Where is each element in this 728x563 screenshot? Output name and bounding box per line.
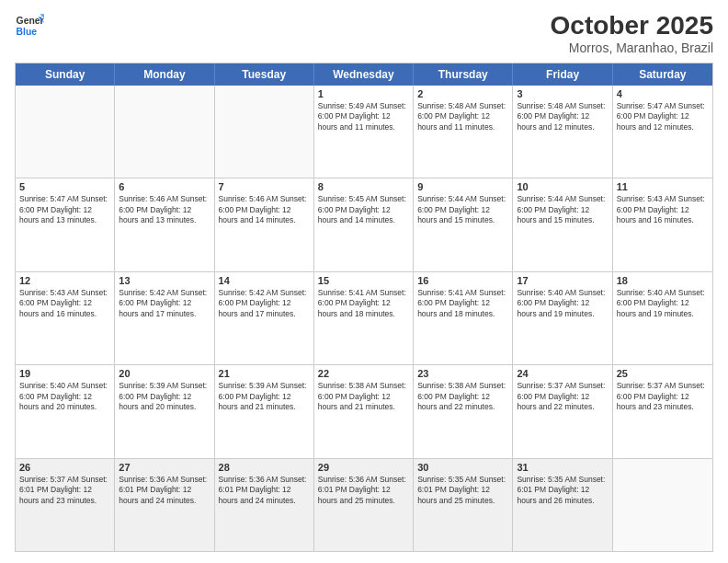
day-number: 1 bbox=[318, 88, 409, 99]
day-number: 26 bbox=[19, 462, 110, 473]
day-cell bbox=[215, 86, 314, 178]
week-row: 5Sunrise: 5:47 AM Sunset: 6:00 PM Daylig… bbox=[16, 178, 712, 271]
calendar: SundayMondayTuesdayWednesdayThursdayFrid… bbox=[15, 63, 713, 552]
day-number: 4 bbox=[617, 88, 709, 99]
day-number: 13 bbox=[119, 275, 210, 286]
day-cell: 17Sunrise: 5:40 AM Sunset: 6:00 PM Dayli… bbox=[513, 272, 612, 364]
week-row: 19Sunrise: 5:40 AM Sunset: 6:00 PM Dayli… bbox=[16, 365, 712, 458]
svg-text:Blue: Blue bbox=[17, 27, 38, 37]
day-cell: 2Sunrise: 5:48 AM Sunset: 6:00 PM Daylig… bbox=[414, 86, 513, 178]
day-number: 3 bbox=[517, 88, 608, 99]
title-block: October 2025 Morros, Maranhao, Brazil bbox=[551, 11, 713, 55]
day-number: 29 bbox=[318, 462, 409, 473]
day-number: 14 bbox=[219, 275, 310, 286]
day-number: 17 bbox=[517, 275, 608, 286]
day-header: Monday bbox=[115, 63, 214, 86]
day-cell bbox=[16, 86, 115, 178]
day-number: 5 bbox=[19, 181, 110, 192]
page: General Blue October 2025 Morros, Maranh… bbox=[0, 0, 728, 563]
subtitle: Morros, Maranhao, Brazil bbox=[551, 40, 713, 55]
day-cell: 18Sunrise: 5:40 AM Sunset: 6:00 PM Dayli… bbox=[613, 272, 712, 364]
day-cell: 10Sunrise: 5:44 AM Sunset: 6:00 PM Dayli… bbox=[513, 178, 612, 270]
day-number: 6 bbox=[119, 181, 210, 192]
day-number: 18 bbox=[617, 275, 709, 286]
day-number: 28 bbox=[219, 462, 310, 473]
day-cell: 15Sunrise: 5:41 AM Sunset: 6:00 PM Dayli… bbox=[314, 272, 414, 364]
day-info: Sunrise: 5:41 AM Sunset: 6:00 PM Dayligh… bbox=[417, 288, 508, 319]
day-number: 9 bbox=[417, 181, 508, 192]
day-cell: 23Sunrise: 5:38 AM Sunset: 6:00 PM Dayli… bbox=[414, 365, 513, 457]
day-cell: 11Sunrise: 5:43 AM Sunset: 6:00 PM Dayli… bbox=[613, 178, 712, 270]
day-info: Sunrise: 5:35 AM Sunset: 6:01 PM Dayligh… bbox=[417, 475, 508, 506]
day-number: 22 bbox=[318, 368, 409, 379]
day-header: Wednesday bbox=[314, 63, 414, 86]
day-number: 27 bbox=[119, 462, 210, 473]
day-info: Sunrise: 5:47 AM Sunset: 6:00 PM Dayligh… bbox=[617, 101, 709, 132]
day-headers: SundayMondayTuesdayWednesdayThursdayFrid… bbox=[16, 63, 712, 86]
day-header: Saturday bbox=[613, 63, 712, 86]
day-number: 11 bbox=[617, 181, 709, 192]
day-info: Sunrise: 5:46 AM Sunset: 6:00 PM Dayligh… bbox=[119, 194, 210, 225]
day-cell: 25Sunrise: 5:37 AM Sunset: 6:00 PM Dayli… bbox=[613, 365, 712, 457]
day-info: Sunrise: 5:44 AM Sunset: 6:00 PM Dayligh… bbox=[417, 194, 508, 225]
day-info: Sunrise: 5:36 AM Sunset: 6:01 PM Dayligh… bbox=[219, 475, 310, 506]
day-info: Sunrise: 5:44 AM Sunset: 6:00 PM Dayligh… bbox=[517, 194, 608, 225]
day-cell: 12Sunrise: 5:43 AM Sunset: 6:00 PM Dayli… bbox=[16, 272, 115, 364]
day-info: Sunrise: 5:39 AM Sunset: 6:00 PM Dayligh… bbox=[119, 381, 210, 412]
day-info: Sunrise: 5:37 AM Sunset: 6:00 PM Dayligh… bbox=[617, 381, 709, 412]
day-info: Sunrise: 5:48 AM Sunset: 6:00 PM Dayligh… bbox=[417, 101, 508, 132]
day-cell: 30Sunrise: 5:35 AM Sunset: 6:01 PM Dayli… bbox=[414, 459, 513, 551]
day-header: Tuesday bbox=[215, 63, 314, 86]
day-cell: 20Sunrise: 5:39 AM Sunset: 6:00 PM Dayli… bbox=[115, 365, 214, 457]
day-number: 20 bbox=[119, 368, 210, 379]
day-cell: 21Sunrise: 5:39 AM Sunset: 6:00 PM Dayli… bbox=[215, 365, 314, 457]
day-info: Sunrise: 5:40 AM Sunset: 6:00 PM Dayligh… bbox=[617, 288, 709, 319]
day-cell bbox=[115, 86, 214, 178]
day-number: 7 bbox=[219, 181, 310, 192]
day-cell: 31Sunrise: 5:35 AM Sunset: 6:01 PM Dayli… bbox=[513, 459, 612, 551]
day-cell: 27Sunrise: 5:36 AM Sunset: 6:01 PM Dayli… bbox=[115, 459, 214, 551]
header: General Blue October 2025 Morros, Maranh… bbox=[15, 11, 713, 55]
day-number: 12 bbox=[19, 275, 110, 286]
day-info: Sunrise: 5:49 AM Sunset: 6:00 PM Dayligh… bbox=[318, 101, 409, 132]
day-info: Sunrise: 5:42 AM Sunset: 6:00 PM Dayligh… bbox=[219, 288, 310, 319]
day-number: 8 bbox=[318, 181, 409, 192]
day-header: Sunday bbox=[16, 63, 115, 86]
day-cell: 14Sunrise: 5:42 AM Sunset: 6:00 PM Dayli… bbox=[215, 272, 314, 364]
day-header: Friday bbox=[513, 63, 612, 86]
day-info: Sunrise: 5:42 AM Sunset: 6:00 PM Dayligh… bbox=[119, 288, 210, 319]
day-number: 15 bbox=[318, 275, 409, 286]
day-number: 23 bbox=[417, 368, 508, 379]
day-cell: 8Sunrise: 5:45 AM Sunset: 6:00 PM Daylig… bbox=[314, 178, 414, 270]
day-cell: 4Sunrise: 5:47 AM Sunset: 6:00 PM Daylig… bbox=[613, 86, 712, 178]
day-info: Sunrise: 5:47 AM Sunset: 6:00 PM Dayligh… bbox=[19, 194, 110, 225]
day-info: Sunrise: 5:40 AM Sunset: 6:00 PM Dayligh… bbox=[19, 381, 110, 412]
day-cell: 28Sunrise: 5:36 AM Sunset: 6:01 PM Dayli… bbox=[215, 459, 314, 551]
day-cell: 7Sunrise: 5:46 AM Sunset: 6:00 PM Daylig… bbox=[215, 178, 314, 270]
day-cell: 6Sunrise: 5:46 AM Sunset: 6:00 PM Daylig… bbox=[115, 178, 214, 270]
day-info: Sunrise: 5:37 AM Sunset: 6:01 PM Dayligh… bbox=[19, 475, 110, 506]
day-number: 16 bbox=[417, 275, 508, 286]
logo-icon: General Blue bbox=[15, 11, 44, 40]
day-info: Sunrise: 5:35 AM Sunset: 6:01 PM Dayligh… bbox=[517, 475, 608, 506]
week-row: 12Sunrise: 5:43 AM Sunset: 6:00 PM Dayli… bbox=[16, 272, 712, 365]
day-info: Sunrise: 5:45 AM Sunset: 6:00 PM Dayligh… bbox=[318, 194, 409, 225]
day-number: 21 bbox=[219, 368, 310, 379]
day-info: Sunrise: 5:48 AM Sunset: 6:00 PM Dayligh… bbox=[517, 101, 608, 132]
day-header: Thursday bbox=[414, 63, 513, 86]
day-number: 31 bbox=[517, 462, 608, 473]
day-cell: 22Sunrise: 5:38 AM Sunset: 6:00 PM Dayli… bbox=[314, 365, 414, 457]
day-cell: 26Sunrise: 5:37 AM Sunset: 6:01 PM Dayli… bbox=[16, 459, 115, 551]
day-cell: 19Sunrise: 5:40 AM Sunset: 6:00 PM Dayli… bbox=[16, 365, 115, 457]
day-number: 25 bbox=[617, 368, 709, 379]
day-info: Sunrise: 5:37 AM Sunset: 6:00 PM Dayligh… bbox=[517, 381, 608, 412]
logo: General Blue bbox=[15, 11, 44, 40]
day-info: Sunrise: 5:38 AM Sunset: 6:00 PM Dayligh… bbox=[318, 381, 409, 412]
day-cell: 16Sunrise: 5:41 AM Sunset: 6:00 PM Dayli… bbox=[414, 272, 513, 364]
week-row: 26Sunrise: 5:37 AM Sunset: 6:01 PM Dayli… bbox=[16, 459, 712, 551]
day-cell: 29Sunrise: 5:36 AM Sunset: 6:01 PM Dayli… bbox=[314, 459, 414, 551]
day-info: Sunrise: 5:36 AM Sunset: 6:01 PM Dayligh… bbox=[119, 475, 210, 506]
day-number: 24 bbox=[517, 368, 608, 379]
calendar-body: 1Sunrise: 5:49 AM Sunset: 6:00 PM Daylig… bbox=[16, 86, 712, 551]
day-info: Sunrise: 5:41 AM Sunset: 6:00 PM Dayligh… bbox=[318, 288, 409, 319]
